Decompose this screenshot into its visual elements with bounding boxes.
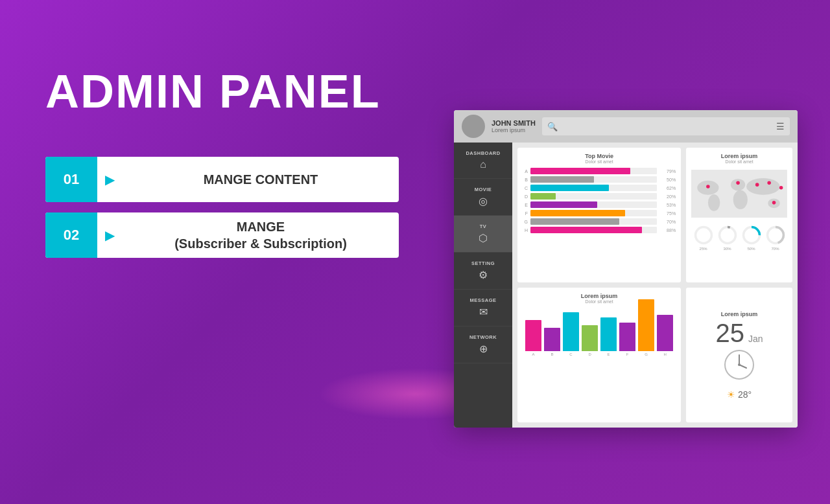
panel-header: JOHN SMITH Lorem ipsum 🔍 ☰ [454, 110, 798, 143]
bar-value: 70% [659, 220, 676, 224]
search-icon: 🔍 [547, 122, 558, 132]
bar-label: G [523, 220, 528, 224]
sidebar-item-tv[interactable]: TV ⬡ [454, 216, 512, 253]
col-bar-wrap: B [544, 328, 560, 356]
bar-bg [530, 176, 657, 183]
svg-point-8 [736, 181, 740, 185]
sidebar-label-message: MESSAGE [469, 297, 496, 303]
pie-item: 70% [765, 225, 786, 251]
bar-row: D 20% [523, 193, 676, 200]
svg-point-4 [733, 190, 748, 209]
weather-temp: 28° [738, 389, 752, 400]
date-card-title: Lorem ipsum [721, 311, 758, 317]
svg-point-11 [779, 186, 783, 190]
top-movie-title: Top Movie [523, 153, 676, 159]
date-number: 25 [716, 320, 745, 346]
sidebar-item-setting[interactable]: SETTING ⚙ [454, 253, 512, 290]
bar-row: B 50% [523, 176, 676, 183]
svg-point-13 [695, 227, 711, 244]
dashboard-icon: ⌂ [480, 159, 486, 170]
col-bar [525, 320, 541, 351]
col-bar [638, 299, 654, 351]
tv-icon: ⬡ [479, 232, 488, 244]
admin-panel-mockup: JOHN SMITH Lorem ipsum 🔍 ☰ DASHBOARD ⌂ M… [454, 110, 798, 428]
col-bar-label: D [588, 352, 591, 356]
pie-svg [717, 225, 738, 246]
pie-label: 30% [724, 247, 731, 251]
movie-icon: ◎ [479, 195, 488, 207]
bar-label: F [523, 211, 528, 216]
feature-number-1: 01 [45, 157, 97, 202]
bar-bg [530, 227, 657, 233]
col-bar [544, 328, 560, 351]
sidebar-label-movie: MOVIE [475, 187, 492, 192]
feature-label-2: MANGE(Subscriber & Subscription) [123, 218, 399, 252]
col-bar-wrap: C [563, 312, 579, 356]
top-movie-bar-chart: A 79% B 50% C 62% D 20% E [523, 168, 676, 233]
col-bar-wrap: E [600, 317, 617, 356]
feature-item-2: 02 ▶ MANGE(Subscriber & Subscription) [45, 212, 399, 258]
col-bar-wrap: H [657, 315, 673, 356]
pie-label: 50% [748, 247, 755, 251]
network-icon: ⊕ [479, 343, 488, 355]
message-icon: ✉ [479, 306, 488, 318]
bar-bg [530, 210, 657, 216]
bar-value: 62% [659, 186, 676, 190]
sidebar-item-dashboard[interactable]: DASHBOARD ⌂ [454, 143, 512, 179]
clock-icon [723, 349, 755, 387]
bar-fill [530, 176, 594, 183]
panel-body: DASHBOARD ⌂ MOVIE ◎ TV ⬡ SETTING ⚙ MESSA… [454, 143, 798, 428]
svg-point-24 [738, 363, 741, 366]
col-bar-label: F [626, 352, 629, 356]
bar-value: 20% [659, 194, 676, 199]
sidebar-item-network[interactable]: NETWORK ⊕ [454, 326, 512, 363]
bar-row: F 75% [523, 210, 676, 216]
bar-value: 79% [659, 169, 676, 174]
bar-fill [530, 193, 556, 200]
bar-row: A 79% [523, 168, 676, 174]
col-bar [582, 325, 598, 351]
sidebar-item-message[interactable]: MESSAGE ✉ [454, 290, 512, 326]
pie-label: 25% [700, 247, 707, 251]
bar-value: 75% [659, 211, 676, 216]
map-card: Lorem ipsum Dolor sit amet [686, 148, 792, 282]
bar-label: D [523, 194, 528, 199]
sidebar-label-setting: SETTING [471, 260, 495, 266]
bar-fill [530, 227, 642, 233]
bar-fill [530, 210, 625, 216]
user-name: JOHN SMITH [492, 119, 536, 127]
pie-item: 30% [717, 225, 738, 251]
col-chart: A B C D E F G H [523, 308, 676, 366]
search-input [562, 120, 772, 133]
bar-bg [530, 218, 657, 225]
sidebar: DASHBOARD ⌂ MOVIE ◎ TV ⬡ SETTING ⚙ MESSA… [454, 143, 512, 428]
sidebar-label-tv: TV [480, 223, 487, 229]
bar-fill [530, 201, 597, 208]
col-chart-title: Lorem ipsum [523, 293, 676, 299]
pie-svg [693, 225, 714, 246]
svg-point-12 [772, 201, 776, 205]
sidebar-item-movie[interactable]: MOVIE ◎ [454, 179, 512, 216]
bar-row: H 88% [523, 227, 676, 233]
bar-fill [530, 218, 619, 225]
bar-bg [530, 168, 657, 174]
main-content: Top Movie Dolor sit amet A 79% B 50% C 6… [512, 143, 798, 428]
page-title: ADMIN PANEL [45, 65, 399, 118]
col-bar [657, 315, 673, 351]
feature-label-1: MANGE CONTENT [123, 171, 399, 188]
bar-row: C 62% [523, 185, 676, 191]
col-bar-label: H [663, 352, 666, 356]
svg-point-2 [708, 194, 720, 211]
weather-row: ☀ 28° [727, 389, 752, 400]
feature-item-1: 01 ▶ MANGE CONTENT [45, 157, 399, 202]
map-subtitle: Dolor sit amet [691, 159, 787, 164]
svg-point-5 [746, 178, 780, 195]
world-map-svg [691, 168, 787, 220]
col-bar-label: C [569, 352, 572, 356]
pie-item: 25% [693, 225, 714, 251]
date-card: Lorem ipsum 25 Jan ☀ 28° [686, 288, 792, 422]
user-info: JOHN SMITH Lorem ipsum [492, 119, 536, 133]
bar-fill [530, 185, 609, 191]
search-bar[interactable]: 🔍 ☰ [542, 117, 790, 135]
col-chart-card: Lorem ipsum Dolor sit amet A B C D E F G [517, 288, 681, 422]
